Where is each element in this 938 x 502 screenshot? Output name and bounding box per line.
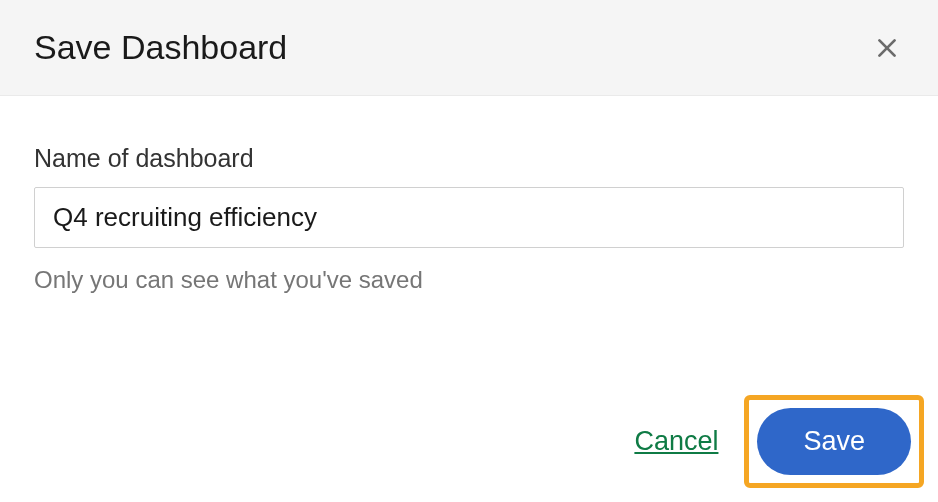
modal-header: Save Dashboard [0,0,938,96]
helper-text: Only you can see what you've saved [34,266,904,294]
modal-body: Name of dashboard Only you can see what … [0,96,938,314]
modal-footer: Cancel Save [626,395,924,488]
save-button-highlight: Save [744,395,924,488]
save-button[interactable]: Save [757,408,911,475]
close-icon [874,35,900,61]
dashboard-name-input[interactable] [34,187,904,248]
dashboard-name-label: Name of dashboard [34,144,904,173]
close-button[interactable] [870,31,904,65]
cancel-button[interactable]: Cancel [626,420,726,463]
modal-title: Save Dashboard [34,28,287,67]
